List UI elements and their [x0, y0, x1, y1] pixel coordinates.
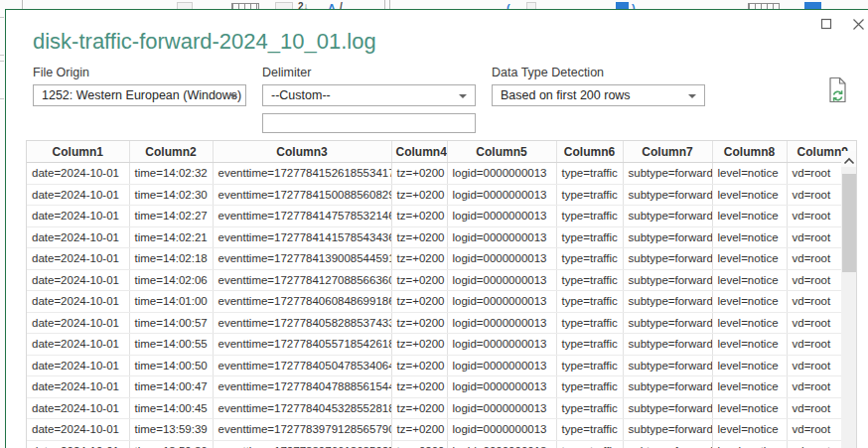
table-cell: eventtime=1727784139008544591 [213, 248, 391, 270]
scrollbar-thumb[interactable] [842, 174, 856, 272]
file-origin-dropdown[interactable]: 1252: Western European (Windows) [33, 84, 246, 106]
table-cell: type=traffic [556, 163, 623, 185]
table-cell: tz=+0200 [391, 376, 447, 398]
table-cell: logid=0000000013 [447, 269, 556, 291]
table-row: date=2024-10-01time=14:00:57eventtime=17… [27, 312, 857, 334]
table-cell: time=14:02:06 [129, 269, 213, 291]
table-cell: subtype=forward [623, 376, 712, 398]
ribbon-fragment: A [328, 2, 336, 9]
page-title: disk-traffic-forward-2024_10_01.log [33, 29, 376, 55]
chevron-down-icon [229, 94, 237, 98]
data-type-detection-dropdown[interactable]: Based on first 200 rows [492, 84, 705, 106]
column-header: Column2 [129, 141, 213, 163]
delimiter-dropdown[interactable]: --Custom-- [262, 84, 476, 106]
ribbon-fragment [804, 2, 821, 9]
table-cell: type=traffic [556, 440, 623, 448]
column-header: Column6 [556, 141, 623, 163]
table-cell: date=2024-10-01 [27, 206, 129, 227]
custom-delimiter-input[interactable] [262, 113, 476, 133]
table-cell: level=notice [712, 355, 787, 376]
table-cell: type=traffic [556, 291, 623, 313]
table-row: date=2024-10-01time=14:02:21eventtime=17… [27, 226, 857, 248]
table-cell: subtype=forward [623, 440, 712, 448]
table-cell: date=2024-10-01 [27, 440, 129, 448]
table-cell: eventtime=1727784050478534064 [213, 355, 391, 376]
table-cell: time=14:02:21 [129, 226, 213, 248]
ribbon-fragment [22, 0, 23, 9]
table-cell: tz=+0200 [391, 206, 447, 227]
table-cell: eventtime=1727784055718542618 [213, 334, 391, 356]
table-scrollbar[interactable] [841, 151, 857, 448]
preview-table: Column1Column2Column3Column4Column5Colum… [27, 141, 857, 448]
table-row: date=2024-10-01time=14:01:00eventtime=17… [27, 291, 857, 313]
table-cell: level=notice [712, 206, 787, 227]
table-cell: tz=+0200 [391, 184, 447, 206]
ribbon-fragment: ) [632, 2, 636, 9]
table-cell: subtype=forward [623, 355, 712, 376]
table-cell: tz=+0200 [391, 397, 447, 419]
table-cell: time=13:59:39 [129, 419, 213, 441]
table-cell: time=14:02:30 [129, 184, 213, 206]
table-cell: subtype=forward [623, 397, 712, 419]
column-header: Column3 [213, 141, 391, 163]
screen: 2↓ A / ( ) disk-traffic-forward-2024_10_… [0, 0, 868, 448]
column-header: Column7 [623, 141, 712, 163]
table-cell: logid=0000000013 [447, 440, 556, 448]
ribbon-fragment: ( [506, 2, 510, 9]
table-cell: time=14:00:55 [129, 334, 213, 356]
table-cell: eventtime=1727784150088560829 [213, 184, 391, 206]
table-cell: tz=+0200 [391, 440, 447, 448]
chevron-down-icon [459, 94, 467, 98]
table-cell: subtype=forward [623, 419, 712, 441]
table-cell: level=notice [712, 269, 787, 291]
table-cell: subtype=forward [623, 269, 712, 291]
table-cell: type=traffic [556, 248, 623, 270]
table-cell: type=traffic [556, 269, 623, 291]
scrollbar-up-button[interactable] [841, 151, 857, 167]
table-header-row: Column1Column2Column3Column4Column5Colum… [27, 141, 857, 163]
table-cell: date=2024-10-01 [27, 269, 129, 291]
table-cell: logid=0000000013 [447, 184, 556, 206]
refresh-preview-button[interactable] [824, 76, 852, 106]
maximize-button[interactable] [813, 13, 839, 35]
table-row: date=2024-10-01time=14:02:30eventtime=17… [27, 184, 857, 206]
table-row: date=2024-10-01time=14:00:47eventtime=17… [27, 376, 857, 398]
table-cell: logid=0000000013 [447, 419, 556, 441]
table-cell: level=notice [712, 291, 787, 313]
table-cell: time=14:00:45 [129, 397, 213, 419]
ribbon-fragment [526, 2, 536, 9]
table-cell: eventtime=1727784045328552818 [213, 397, 391, 419]
table-row: date=2024-10-01time=14:00:55eventtime=17… [27, 334, 857, 356]
table-cell: type=traffic [556, 226, 623, 248]
close-button[interactable] [845, 13, 868, 35]
table-cell: subtype=forward [623, 226, 712, 248]
table-cell: tz=+0200 [391, 312, 447, 334]
table-cell: type=traffic [556, 334, 623, 356]
ribbon-fragment: / [340, 1, 343, 9]
table-row: date=2024-10-01time=13:59:39eventtime=17… [27, 419, 857, 441]
table-cell: time=14:00:57 [129, 312, 213, 334]
table-cell: logid=0000000013 [447, 226, 556, 248]
table-cell: eventtime=1727784047888561544 [213, 376, 391, 398]
table-cell: time=14:02:27 [129, 206, 213, 227]
table-cell: logid=0000000013 [447, 248, 556, 270]
table-cell: eventtime=1727783976618685927 [213, 440, 391, 448]
table-cell: type=traffic [556, 184, 623, 206]
table-cell: time=14:02:32 [129, 163, 213, 185]
table-cell: date=2024-10-01 [27, 419, 129, 441]
table-cell: tz=+0200 [391, 334, 447, 356]
column-header: Column1 [27, 141, 129, 163]
table-cell: date=2024-10-01 [27, 291, 129, 313]
table-cell: time=14:02:18 [129, 248, 213, 270]
table-cell: subtype=forward [623, 184, 712, 206]
ribbon-fragment [616, 2, 629, 9]
table-cell: subtype=forward [623, 291, 712, 313]
table-cell: eventtime=1727784141578543436 [213, 226, 391, 248]
table-cell: type=traffic [556, 397, 623, 419]
ribbon-fragment [384, 0, 385, 9]
table-cell: level=notice [712, 440, 787, 448]
table-cell: logid=0000000013 [447, 376, 556, 398]
table-cell: logid=0000000013 [447, 206, 556, 227]
column-header: Column4 [391, 141, 447, 163]
table-cell: level=notice [712, 376, 787, 398]
